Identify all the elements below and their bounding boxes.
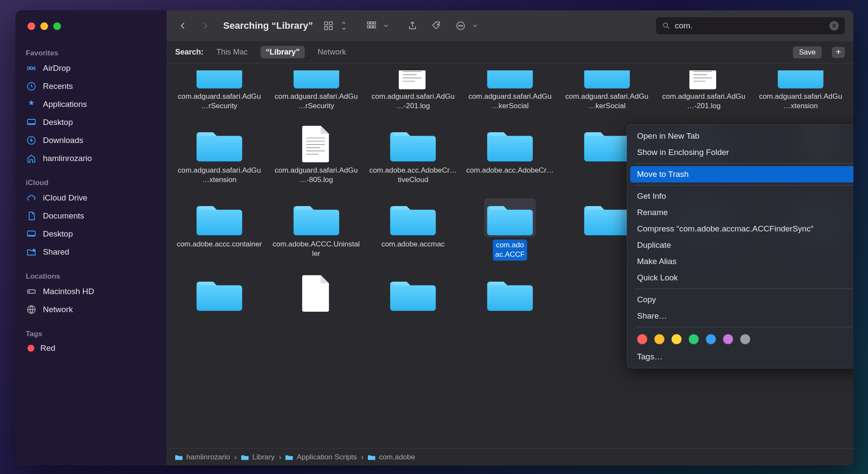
add-criteria-button[interactable]: + [832, 47, 845, 58]
clear-search-button[interactable]: ✕ [829, 21, 839, 30]
ctx-tag-color[interactable] [654, 334, 665, 344]
file-item[interactable]: com.adobe.accc.container [171, 196, 268, 263]
ctx-tag-color[interactable] [671, 334, 682, 344]
file-item[interactable] [364, 272, 461, 318]
file-item[interactable] [171, 272, 268, 318]
ctx-compress[interactable]: Compress “com.adobe.accmac.ACCFinderSync… [630, 221, 853, 237]
group-button[interactable] [363, 17, 380, 34]
sidebar-item-label: Documents [43, 211, 84, 221]
minimize-window-button[interactable] [40, 22, 48, 30]
file-item[interactable]: com.adoac.ACCF [461, 196, 558, 263]
path-crumb[interactable]: com.adobe [368, 453, 415, 462]
file-label: com.adoac.ACCF [493, 240, 528, 260]
chevron-down-icon[interactable] [382, 17, 389, 34]
view-mode-chevron-icon[interactable] [340, 17, 348, 34]
ctx-show-enclosing[interactable]: Show in Enclosing Folder [630, 144, 853, 161]
path-crumb[interactable]: Library [241, 453, 275, 462]
file-item[interactable] [268, 272, 365, 318]
path-crumb[interactable]: hamlinrozario [175, 453, 230, 462]
ctx-open-new-tab[interactable]: Open in New Tab [630, 128, 853, 144]
tag-button[interactable] [428, 17, 445, 34]
file-item[interactable]: com.adguard.safari.AdGu…-201.log [364, 68, 461, 113]
file-item[interactable]: com.adguard.safari.AdGu…rSecurity [171, 68, 268, 113]
ctx-tag-color[interactable] [740, 334, 750, 344]
ctx-quick-look[interactable]: Quick Look [630, 270, 853, 286]
context-menu: Open in New Tab Show in Enclosing Folder… [627, 125, 853, 368]
file-item[interactable]: com.adobe.acc.AdobeCr…tiveCloud [364, 122, 461, 187]
ctx-get-info[interactable]: Get Info [630, 188, 853, 204]
sidebar-item-recents[interactable]: Recents [15, 77, 167, 95]
sidebar-item-icloud-desktop[interactable]: Desktop [15, 225, 167, 243]
share-button[interactable] [404, 17, 421, 34]
ctx-tag-color[interactable] [689, 334, 699, 344]
ctx-tag-colors [630, 330, 853, 349]
sidebar-item-airdrop[interactable]: AirDrop [15, 59, 167, 77]
zoom-window-button[interactable] [53, 22, 61, 30]
sidebar-item-downloads[interactable]: Downloads [15, 131, 167, 149]
file-item[interactable]: com.adguard.safari.AdGu…kerSocial [461, 68, 558, 113]
svg-rect-15 [325, 22, 328, 25]
document-icon [678, 70, 729, 89]
ctx-tags-more[interactable]: Tags… [630, 349, 853, 365]
file-item[interactable]: com.adguard.safari.AdGu…xtension [752, 68, 849, 113]
file-item[interactable]: com.adguard.safari.AdGu…xtension [171, 122, 268, 187]
sidebar-item-documents[interactable]: Documents [15, 207, 167, 225]
scope-library[interactable]: “Library” [261, 46, 305, 58]
sidebar-item-desktop[interactable]: Desktop [15, 113, 167, 131]
ctx-separator [634, 289, 853, 289]
folder-mini-icon [241, 453, 249, 461]
file-label: com.adguard.safari.AdGu…rSecurity [175, 92, 263, 111]
sidebar-item-macintosh-hd[interactable]: Macintosh HD [15, 283, 167, 301]
sidebar-item-network[interactable]: Network [15, 301, 167, 319]
document-icon [387, 70, 439, 89]
search-field[interactable]: ✕ [656, 17, 845, 34]
ctx-copy[interactable]: Copy [630, 292, 853, 308]
ctx-share[interactable]: Share… [630, 308, 853, 324]
ctx-tag-color[interactable] [637, 334, 647, 344]
back-button[interactable] [175, 18, 191, 33]
path-crumb[interactable]: Application Scripts [285, 453, 357, 462]
scope-this-mac[interactable]: This Mac [211, 46, 253, 58]
file-item[interactable]: com.adobe.acc.AdobeCr… [461, 122, 558, 187]
action-button[interactable] [452, 17, 469, 34]
svg-point-29 [462, 25, 463, 26]
sidebar-item-shared[interactable]: Shared [15, 243, 167, 261]
file-item[interactable] [461, 272, 558, 318]
downloads-icon [26, 135, 37, 146]
file-item[interactable]: com.adobe.accmac [364, 196, 461, 263]
file-item[interactable]: com.adguard.safari.AdGu…-805.log [268, 122, 365, 187]
chevron-down-icon[interactable] [472, 17, 479, 34]
locations-section-label: Locations [15, 269, 167, 283]
forward-button[interactable] [197, 18, 213, 33]
svg-point-11 [33, 249, 35, 252]
desktop-icon [26, 228, 37, 240]
sidebar-item-icloud-drive[interactable]: iCloud Drive [15, 189, 167, 207]
ctx-move-to-trash[interactable]: Move to Trash [630, 166, 853, 182]
file-label: com.adguard.safari.AdGu…kerSocial [563, 92, 651, 111]
search-input[interactable] [675, 21, 829, 30]
sidebar-item-home[interactable]: hamlinrozario [15, 149, 167, 167]
ctx-rename[interactable]: Rename [630, 204, 853, 221]
sidebar-item-tag-red[interactable]: Red [15, 340, 167, 356]
file-item[interactable]: com.adobe.ACCC.Uninstaller [268, 196, 365, 263]
view-mode-button[interactable] [320, 17, 337, 34]
svg-rect-23 [370, 26, 373, 28]
file-item[interactable]: com.adguard.safari.AdGu…-201.log [656, 68, 753, 113]
svg-rect-24 [373, 26, 376, 28]
file-label: com.adguard.safari.AdGu…-201.log [660, 92, 748, 111]
shared-folder-icon [26, 246, 37, 258]
main-content: Searching “Library” ✕ Sear [167, 10, 853, 465]
file-item[interactable]: com.adguard.safari.AdGu…rSecurity [268, 68, 365, 113]
ctx-duplicate[interactable]: Duplicate [630, 237, 853, 253]
ctx-tag-color[interactable] [723, 334, 733, 344]
ctx-make-alias[interactable]: Make Alias [630, 253, 853, 270]
scope-network[interactable]: Network [313, 46, 351, 58]
ctx-tag-color[interactable] [706, 334, 716, 344]
file-label: com.adobe.ACCC.Uninstaller [272, 240, 360, 258]
disk-icon [26, 286, 37, 297]
file-item[interactable]: com.adguard.safari.AdGu…kerSocial [558, 68, 656, 113]
save-search-button[interactable]: Save [793, 46, 822, 58]
close-window-button[interactable] [27, 22, 35, 30]
sidebar-item-applications[interactable]: Applications [15, 95, 167, 113]
sidebar-item-label: Macintosh HD [43, 287, 94, 296]
